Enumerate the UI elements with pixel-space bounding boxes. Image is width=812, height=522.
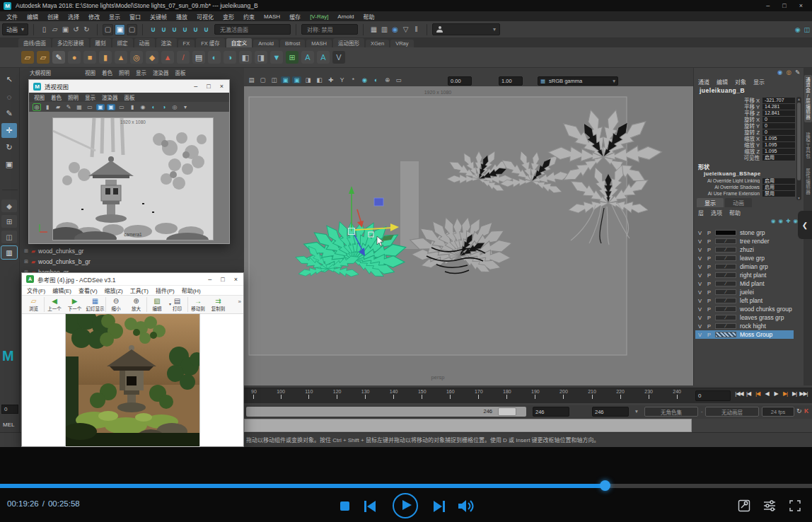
viewport-toolbar-icon[interactable]: ▮ <box>43 104 52 110</box>
sidebar-toggle-icon[interactable]: ◫ <box>804 26 810 33</box>
layer-row[interactable]: V P ∕ leave grp <box>695 254 794 262</box>
layer-playback-toggle[interactable]: P <box>704 247 714 253</box>
panel-menu-item[interactable]: 渲染器 <box>102 93 118 101</box>
shelf-tab[interactable]: Arnold <box>253 40 279 47</box>
layer-name[interactable]: wood chunks group <box>738 306 792 313</box>
menu-item[interactable]: 缩放(Z) <box>105 286 123 294</box>
gamma-field[interactable]: 1.00 <box>499 76 523 86</box>
viewport-toolbar-icon[interactable]: ▭ <box>117 104 126 110</box>
toolbar-button[interactable]: ▧ 编辑 <box>146 297 167 312</box>
channel-value-field[interactable]: 1.095 <box>762 136 795 141</box>
layer-playback-toggle[interactable]: P <box>704 332 714 338</box>
shelf-icon[interactable]: ▱ <box>21 51 34 64</box>
settings-sliders-icon[interactable] <box>763 499 776 512</box>
layer-playback-toggle[interactable]: P <box>704 315 714 321</box>
toolbar-button[interactable]: ◀ 上一个 <box>44 297 64 312</box>
range-slider[interactable]: 246 <box>246 407 526 417</box>
menu-item[interactable]: 编辑 <box>27 13 38 21</box>
toolbar-button[interactable]: ▦ 幻灯显示 <box>85 297 105 312</box>
viewport-toolbar-icon[interactable]: ◐ <box>371 76 381 83</box>
viewport-toolbar-icon[interactable]: ◐ <box>149 104 158 110</box>
menu-item[interactable]: 创建 <box>47 13 59 21</box>
layer-row[interactable]: V P ∕ juelei <box>695 288 794 296</box>
layer-color-swatch[interactable]: ∕ <box>715 264 736 269</box>
panel-menu-item[interactable]: 视图 <box>34 93 45 101</box>
layer-color-swatch[interactable]: ∕ <box>715 281 736 286</box>
menu-item[interactable]: 关键帧 <box>150 13 167 21</box>
panel-menu-item[interactable]: 显示 <box>85 93 95 101</box>
layer-color-swatch[interactable]: ∕ <box>715 255 736 261</box>
menu-item[interactable]: Arnold <box>337 13 354 20</box>
expand-icon[interactable]: ⊞ <box>24 248 28 254</box>
render-icon[interactable]: ▽ <box>400 25 411 33</box>
layer-row[interactable]: V P ∕ leaves grass grp <box>695 313 794 322</box>
viewport-toolbar-icon[interactable]: ▢ <box>258 76 267 83</box>
channel-value-field[interactable]: 禁用 <box>762 191 795 197</box>
layer-row[interactable]: V P ∕ tree render <box>695 237 794 245</box>
viewport-toolbar-icon[interactable]: ◨ <box>303 76 313 83</box>
tool-icon[interactable]: ▣ <box>1 157 17 172</box>
channel-menu-item[interactable]: 对象 <box>735 78 746 86</box>
toolbar-button[interactable]: → 移动到 <box>187 297 208 312</box>
snap-icon[interactable]: ∪ <box>158 25 169 33</box>
panel-menu-item[interactable]: 照明 <box>119 69 129 76</box>
layer-color-swatch[interactable]: ∕ <box>715 272 736 278</box>
snap-icon[interactable]: ∪ <box>201 25 211 33</box>
play-button[interactable] <box>393 493 418 518</box>
fullscreen-icon[interactable] <box>789 499 801 512</box>
layer-color-swatch[interactable]: ∕ <box>715 230 736 236</box>
layer-visible-toggle[interactable]: V <box>695 255 704 262</box>
shelf-tab[interactable]: 绑定 <box>112 38 133 47</box>
loop-icon[interactable]: ↻ <box>796 407 802 414</box>
window-button[interactable]: □ <box>221 276 224 283</box>
shelf-tab[interactable]: 多边形建模 <box>52 38 89 47</box>
layer-color-swatch[interactable]: ∕ <box>715 238 736 244</box>
shelf-icon[interactable]: V <box>332 51 345 64</box>
menu-item[interactable]: 编辑(E) <box>52 286 71 294</box>
stop-button[interactable] <box>340 501 349 511</box>
menu-item[interactable]: 窗口 <box>129 13 141 21</box>
layer-visible-toggle[interactable]: V <box>695 315 704 321</box>
layer-playback-toggle[interactable]: P <box>704 264 714 270</box>
layer-playback-toggle[interactable]: P <box>704 230 714 236</box>
shelf-tab[interactable]: 动画 <box>134 38 155 47</box>
layer-visible-toggle[interactable]: V <box>695 289 704 296</box>
character-set-menu[interactable]: 无角色集 <box>644 407 698 417</box>
symmetry-field[interactable]: 对称: 禁用 <box>301 24 358 35</box>
layer-playback-toggle[interactable]: P <box>704 272 714 279</box>
sidebar-tab[interactable]: 通道盒/层编辑器 <box>804 75 812 122</box>
minimize-button[interactable]: □ <box>782 2 786 9</box>
layer-visible-toggle[interactable]: V <box>695 264 704 270</box>
channel-menu-item[interactable]: 编辑 <box>717 78 728 86</box>
layer-playback-toggle[interactable]: P <box>704 238 714 245</box>
playback-button[interactable]: ▶| <box>790 390 799 397</box>
render-icon[interactable]: ‖ <box>411 25 422 33</box>
tool-icon[interactable]: ✛ <box>1 123 17 138</box>
viewport-toolbar-icon[interactable]: Y <box>337 76 347 83</box>
playback-button[interactable]: ▶ <box>772 390 780 397</box>
shelf-tab[interactable]: MASH <box>306 40 332 47</box>
layer-visibility-icon[interactable]: ◉ <box>771 218 776 224</box>
render-icon[interactable]: ◉ <box>390 25 400 33</box>
viewport-toolbar-icon[interactable]: ▾ <box>181 104 190 110</box>
layer-visible-toggle[interactable]: V <box>695 272 704 279</box>
layer-color-swatch[interactable]: ∕ <box>715 332 736 337</box>
shelf-tab[interactable]: 渲染 <box>156 38 177 47</box>
animation-end-field[interactable]: 246 <box>592 407 629 417</box>
layer-playback-toggle[interactable]: P <box>704 306 714 313</box>
menu-item[interactable]: 查看(V) <box>79 286 98 294</box>
menu-item[interactable]: 缓存 <box>289 13 301 21</box>
layer-visible-toggle[interactable]: V <box>695 306 704 313</box>
edit-dropdown-arrow[interactable]: ▾ <box>169 301 171 306</box>
layer-row[interactable]: V P ∕ stone grp <box>695 228 794 237</box>
outliner-item[interactable]: ⊞ ▰ wood_chunks_b_gr <box>24 257 91 267</box>
toolbar-button[interactable]: ▶ 下一个 <box>64 297 85 312</box>
layer-row[interactable]: V P ∕ right plant <box>695 271 794 279</box>
shelf-icon[interactable]: ▮ <box>99 51 112 64</box>
dropdown-arrow-icon[interactable]: ▾ <box>635 408 638 414</box>
shelf-icon[interactable]: ◨ <box>255 51 267 64</box>
current-frame-field[interactable]: 0 <box>695 390 731 401</box>
mel-label[interactable]: MEL <box>3 422 14 428</box>
layer-name[interactable]: tree render <box>738 238 770 245</box>
channel-value-field[interactable]: 0 <box>762 129 795 135</box>
